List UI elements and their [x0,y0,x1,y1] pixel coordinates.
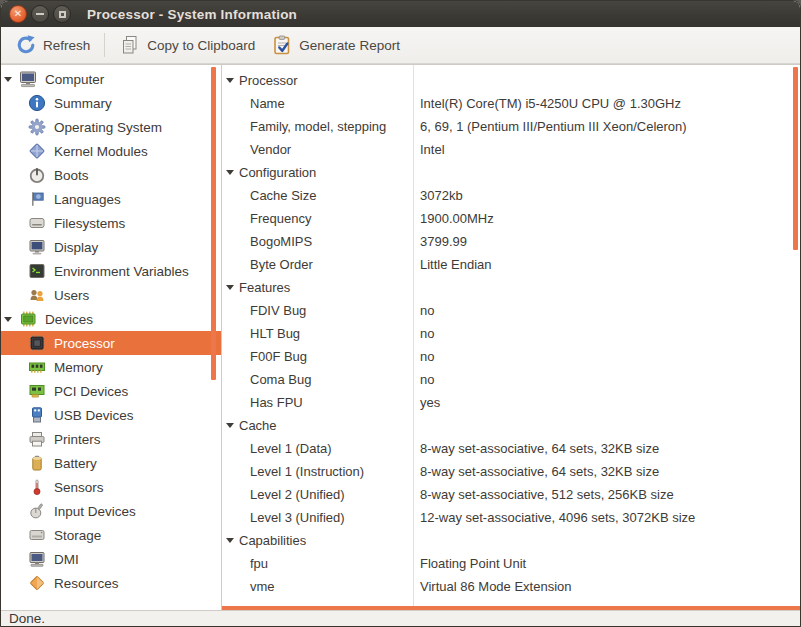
group-row-features[interactable]: Features [222,276,800,299]
close-button[interactable]: ✕ [9,5,27,23]
info-row-fdiv-bug[interactable]: FDIV Bugno [222,299,800,322]
info-row-name[interactable]: NameIntel(R) Core(TM) i5-4250U CPU @ 1.3… [222,92,800,115]
sidebar-item-devices[interactable]: Devices [1,307,221,331]
generate-report-button-label: Generate Report [299,38,400,53]
sidebar-item-boots[interactable]: Boots [1,163,221,187]
maximize-button[interactable] [53,5,71,23]
field-label: Byte Order [250,253,313,276]
field-value: Virtual 86 Mode Extension [420,575,572,598]
sidebar-item-resources[interactable]: Resources [1,571,221,595]
minimize-button[interactable] [31,5,49,23]
info-icon [27,93,47,113]
sidebar-tree: ComputerSummaryOperating SystemKernel Mo… [1,65,222,610]
group-label: Capabilities [239,529,306,552]
sidebar-item-pci-devices[interactable]: PCI Devices [1,379,221,403]
sidebar-item-label: Kernel Modules [54,144,148,159]
sidebar-item-kernel-modules[interactable]: Kernel Modules [1,139,221,163]
resources-icon [27,573,47,593]
info-row-hlt-bug[interactable]: HLT Bugno [222,322,800,345]
users-icon [27,285,47,305]
group-row-configuration[interactable]: Configuration [222,161,800,184]
close-icon: ✕ [14,9,22,19]
sidebar-item-dmi[interactable]: DMI [1,547,221,571]
toolbar: Refresh Copy to Clipboard Generate Repor… [1,27,800,64]
sidebar-item-label: Memory [54,360,103,375]
module-icon [27,141,47,161]
mouse-icon [27,501,47,521]
info-row-bogomips[interactable]: BogoMIPS3799.99 [222,230,800,253]
ram-icon [27,357,47,377]
sidebar-item-storage[interactable]: Storage [1,523,221,547]
sidebar-item-operating-system[interactable]: Operating System [1,115,221,139]
sidebar-item-label: Battery [54,456,97,471]
sidebar-item-summary[interactable]: Summary [1,91,221,115]
sidebar-item-environment-variables[interactable]: Environment Variables [1,259,221,283]
expander-icon[interactable] [226,285,234,290]
sidebar-item-battery[interactable]: Battery [1,451,221,475]
info-row-vendor[interactable]: VendorIntel [222,138,800,161]
group-label: Features [239,276,290,299]
expander-icon[interactable] [226,170,234,175]
sidebar-item-sensors[interactable]: Sensors [1,475,221,499]
info-row-vme[interactable]: vmeVirtual 86 Mode Extension [222,575,800,598]
sidebar-item-users[interactable]: Users [1,283,221,307]
copy-icon [119,34,141,56]
field-label: Level 1 (Data) [250,437,332,460]
group-row-cache[interactable]: Cache [222,414,800,437]
copy-to-clipboard-button[interactable]: Copy to Clipboard [111,30,263,60]
field-label: Name [250,92,285,115]
field-label: Frequency [250,207,311,230]
sidebar-item-partial[interactable] [1,595,221,610]
info-row-level-1-instruction[interactable]: Level 1 (Instruction)8-way set-associati… [222,460,800,483]
sidebar-item-filesystems[interactable]: Filesystems [1,211,221,235]
details-vertical-scrollbar[interactable] [793,67,798,250]
field-value: 12-way set-associative, 4096 sets, 3072K… [420,506,695,529]
generate-report-button[interactable]: Generate Report [263,30,408,60]
sidebar-item-label: PCI Devices [54,384,128,399]
info-row-coma-bug[interactable]: Coma Bugno [222,368,800,391]
titlebar[interactable]: ✕ Processor - System Information [1,1,800,27]
sidebar-item-label: Input Devices [54,504,136,519]
sidebar-item-memory[interactable]: Memory [1,355,221,379]
refresh-button[interactable]: Refresh [7,30,98,60]
expander-icon[interactable] [226,78,234,83]
sidebar-item-label: Boots [54,168,89,183]
info-row-level-3-unified[interactable]: Level 3 (Unified)12-way set-associative,… [222,506,800,529]
sidebar-item-usb-devices[interactable]: USB Devices [1,403,221,427]
field-label: Level 1 (Instruction) [250,460,364,483]
sidebar-item-input-devices[interactable]: Input Devices [1,499,221,523]
field-label: F00F Bug [250,345,307,368]
refresh-icon [15,34,37,56]
info-row-frequency[interactable]: Frequency1900.00MHz [222,207,800,230]
cpu-icon [27,333,47,353]
display-icon [27,237,47,257]
group-label: Processor [239,69,298,92]
details-horizontal-scrollbar[interactable] [222,606,800,610]
field-value: Intel(R) Core(TM) i5-4250U CPU @ 1.30GHz [420,92,681,115]
group-row-processor[interactable]: Processor [222,69,800,92]
sidebar-item-languages[interactable]: Languages [1,187,221,211]
info-row-level-2-unified[interactable]: Level 2 (Unified)8-way set-associative, … [222,483,800,506]
field-value: Floating Point Unit [420,552,526,575]
info-row-family-model-stepping[interactable]: Family, model, stepping6, 69, 1 (Pentium… [222,115,800,138]
info-row-cache-size[interactable]: Cache Size3072kb [222,184,800,207]
usb-icon [27,405,47,425]
info-row-byte-order[interactable]: Byte OrderLittle Endian [222,253,800,276]
expander-icon[interactable] [226,538,234,543]
sidebar-item-display[interactable]: Display [1,235,221,259]
field-label: Level 2 (Unified) [250,483,345,506]
sidebar-item-computer[interactable]: Computer [1,67,221,91]
info-row-f00f-bug[interactable]: F00F Bugno [222,345,800,368]
sidebar-item-processor[interactable]: Processor [1,331,221,355]
sidebar-item-printers[interactable]: Printers [1,427,221,451]
info-row-level-1-data[interactable]: Level 1 (Data)8-way set-associative, 64 … [222,437,800,460]
expander-icon[interactable] [226,423,234,428]
expander-icon[interactable] [4,317,12,322]
sidebar-item-label: Processor [54,336,115,351]
field-label: Coma Bug [250,368,311,391]
expander-icon[interactable] [4,77,12,82]
info-row-has-fpu[interactable]: Has FPUyes [222,391,800,414]
group-row-capabilities[interactable]: Capabilities [222,529,800,552]
info-row-fpu[interactable]: fpuFloating Point Unit [222,552,800,575]
sidebar-scrollbar[interactable] [211,67,216,380]
